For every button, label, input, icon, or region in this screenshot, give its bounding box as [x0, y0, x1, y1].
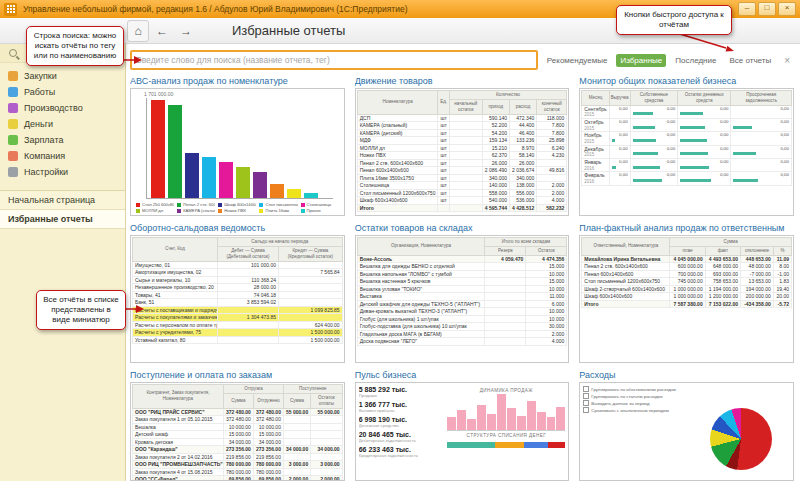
column-header: % — [773, 246, 791, 255]
sidebar-item-nastroyki[interactable]: Настройки — [0, 164, 125, 180]
table-cell: 194 000.00 — [741, 285, 774, 293]
maximize-button[interactable]: □ — [758, 2, 776, 16]
close-window-button[interactable]: × — [778, 2, 796, 16]
report-title-link[interactable]: Расходы — [579, 370, 794, 380]
checkbox-icon — [583, 407, 589, 413]
column-header: Месяц — [582, 91, 609, 106]
table-cell: шт — [438, 159, 449, 167]
month-cell: Ноябрь2015 — [582, 132, 609, 145]
table-cell: 15 000.00 — [253, 431, 283, 439]
report-title-link[interactable]: План-фактный анализ продаж по ответствен… — [579, 223, 794, 233]
report-card: АВС-анализ продаж по номенклатуре1 701 0… — [130, 76, 345, 216]
table-cell: МОЛЛИ дл — [357, 144, 438, 152]
table-cell: 11.000 — [526, 293, 567, 301]
filter-recommended-button[interactable]: Рекомендуемые — [543, 54, 612, 67]
table-row: Имущество, 01101 000.00 — [133, 261, 343, 269]
legend-swatch — [301, 209, 305, 213]
legend-item: Ножки ПВХ — [218, 208, 256, 213]
sidebar-tab-home[interactable]: Начальная страница — [0, 191, 125, 210]
cell-value: 0,00 — [680, 146, 728, 152]
table-cell — [449, 197, 482, 205]
report-thumbnail[interactable]: Организация, НоменклатураИтого по всем с… — [355, 235, 570, 363]
back-button[interactable]: ← — [151, 20, 173, 42]
table-cell: Расчеты с персоналом по оплате труда, 70 — [133, 321, 218, 329]
report-thumbnail[interactable]: НоменклатураЕд.Количествоначальный остат… — [355, 88, 570, 216]
table-cell: 138.000 — [509, 182, 536, 190]
indicator-bar — [633, 179, 663, 182]
report-thumbnail[interactable]: Контрагент, Заказ покупателя, Номенклату… — [130, 382, 345, 481]
table-cell — [449, 137, 482, 145]
table-cell: 69 856.00 — [223, 476, 253, 481]
sidebar-item-kompaniya[interactable]: Компания — [0, 148, 125, 164]
sidebar-item-zakupki[interactable]: Закупки — [0, 68, 125, 84]
sidebar-item-label: Деньги — [24, 119, 53, 129]
indicator-bar — [680, 112, 703, 115]
cell-value: 0,00 — [733, 146, 789, 152]
chart-bar — [467, 419, 476, 430]
minimize-button[interactable]: – — [738, 2, 756, 16]
filter-favorites-button[interactable]: Избранные — [616, 54, 666, 67]
report-thumbnail[interactable]: Счет, КодСальдо на начало периодаДебет —… — [130, 235, 345, 363]
report-thumbnail[interactable]: МесяцВыручкаСобственные средстваОстатки … — [579, 88, 794, 216]
table-cell: 693 000.00 — [705, 270, 740, 278]
column-header: Номенклатура — [357, 91, 438, 115]
sidebar-item-proizvodstvo[interactable]: Производство — [0, 100, 125, 116]
table-cell — [485, 285, 526, 293]
table-cell — [218, 321, 279, 329]
table-cell — [485, 270, 526, 278]
option-label: Сравнивать с аналогичным периодом — [591, 408, 668, 413]
report-title-link[interactable]: Движение товаров — [355, 76, 570, 86]
sidebar-item-zarplata[interactable]: Зарплата — [0, 132, 125, 148]
table-cell: 2 086.490 — [482, 167, 509, 175]
search-icon[interactable] — [9, 49, 17, 57]
table-cell: 110 368.24 — [218, 276, 279, 284]
cell-value: 0,00 — [612, 119, 628, 125]
table-row: Декабрь20150,000,000,000,00 — [582, 145, 792, 158]
sidebar-tab-favorite-reports[interactable]: Избранные отчеты — [0, 210, 125, 229]
table-cell: 6.000 — [526, 300, 567, 308]
report-thumbnail[interactable]: Ответственный, НоменклатураСуммапланфакт… — [579, 235, 794, 363]
header-row: НоменклатураЕд.Количество — [357, 91, 567, 100]
column-header: конечный остаток — [537, 99, 567, 114]
report-title-link[interactable]: Поступление и оплата по заказам — [130, 370, 345, 380]
report-thumbnail[interactable]: Группировать по обоснованиям расходовГру… — [579, 382, 794, 481]
table-row: ДСПшт590.140472.340118.000 — [357, 114, 567, 122]
table-row: КАМЕРА (детский)шт54.20046.4007.800 — [357, 129, 567, 137]
option-row: Сравнивать с аналогичным периодом — [583, 407, 697, 413]
table-cell: 200 000.00 — [741, 293, 774, 301]
table-cell — [449, 152, 482, 160]
table-cell: шт — [438, 144, 449, 152]
table-cell: шт — [438, 174, 449, 182]
year-label: 2015 — [584, 112, 606, 118]
cell-value: 0,00 — [612, 132, 628, 138]
home-button[interactable]: ⌂ — [127, 20, 149, 42]
forward-button[interactable]: → — [175, 20, 197, 42]
table-cell: 219 856.00 — [223, 453, 253, 461]
table-cell: 7 587 380.00 — [670, 300, 705, 308]
report-title-link[interactable]: Пульс бизнеса — [355, 370, 570, 380]
table-row: Итого7 587 380.007 153 022.00-434 358.00… — [582, 300, 792, 308]
option-label: Группировать по статьям расходов — [591, 394, 662, 399]
report-title-link[interactable]: Оборотно-сальдовая ведомость — [130, 223, 345, 233]
page-title: Избранные отчеты — [232, 23, 345, 38]
report-title-link[interactable]: Остатки товаров на складах — [355, 223, 570, 233]
column-header: план — [670, 246, 705, 255]
report-title-link[interactable]: АВС-анализ продаж по номенклатуре — [130, 76, 345, 86]
sidebar-item-dengi[interactable]: Деньги — [0, 116, 125, 132]
app-menu-icon[interactable] — [4, 3, 17, 16]
report-thumbnail[interactable]: 1 701 000.00Стол 250 600х800х450Пенал 2 … — [130, 88, 345, 216]
report-thumbnail[interactable]: 5 885 292 тыс.Продажи1 366 777 тыс.Валов… — [355, 382, 570, 481]
report-title-link[interactable]: Монитор общих показателей бизнеса — [579, 76, 794, 86]
close-panel-button[interactable]: × — [780, 55, 794, 66]
table-row: ООО РИЦ "ПРОМВНЕШЗАПЧАСТЬ"780 000.00780 … — [133, 461, 343, 469]
table-cell — [218, 306, 279, 314]
table-cell: 0,00 — [609, 145, 630, 158]
metric-value: 1 366 777 тыс. — [359, 401, 442, 408]
table-cell: Шкаф 600х1400х600 — [357, 197, 438, 205]
sidebar-item-raboty[interactable]: Работы — [0, 84, 125, 100]
search-input[interactable] — [130, 50, 538, 70]
table-row: Уставный капитал, 801 500 000.00 — [133, 336, 343, 344]
table-cell: 13 653.00 — [741, 278, 774, 286]
indicator-bar — [633, 112, 653, 115]
sidebar: ★ Закупки Работы Производство Деньги Зар… — [0, 44, 126, 481]
